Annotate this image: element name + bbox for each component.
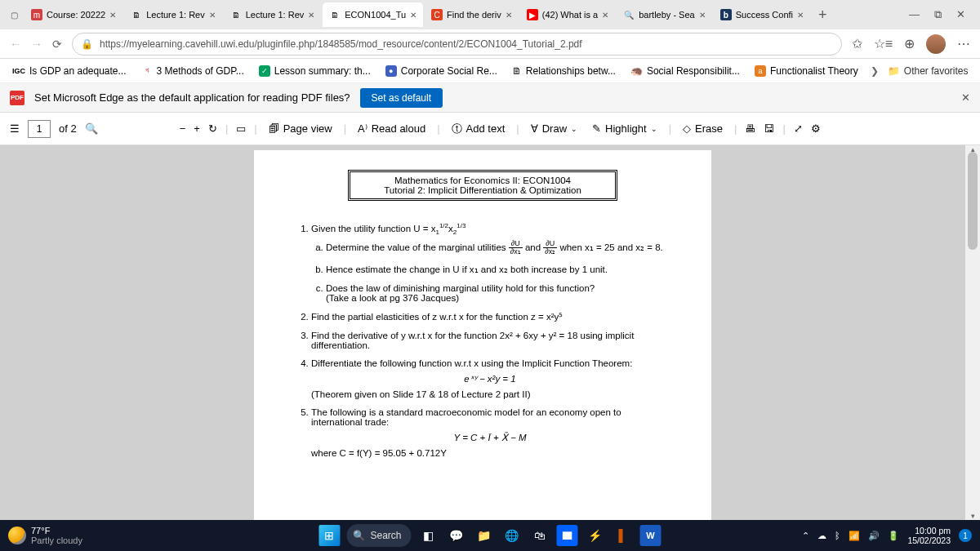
address-field[interactable]: 🔒 https://myelearning.cavehill.uwi.edu/p… [72, 33, 842, 56]
pdf-page: Mathematics for Economics II: ECON1004 T… [254, 150, 711, 520]
close-icon[interactable]: ✕ [308, 11, 314, 20]
store-icon[interactable]: 🛍 [529, 525, 550, 546]
refresh-button[interactable]: ⟳ [52, 38, 62, 51]
tab-4[interactable]: CFind the deriv✕ [425, 2, 519, 27]
scroll-down-icon[interactable]: ▾ [965, 512, 980, 520]
menu-button[interactable]: ⋯ [957, 36, 970, 51]
bookmarks-bar: IGCIs GDP an adequate... খ3 Methods of G… [0, 59, 980, 83]
read-aloud-button[interactable]: A⁾Read aloud [354, 120, 429, 137]
banner-close-icon[interactable]: ✕ [961, 91, 970, 104]
explorer-icon[interactable]: 📁 [474, 525, 495, 546]
contents-icon[interactable]: ☰ [10, 122, 20, 135]
page-view-button[interactable]: 🗐Page view [265, 120, 336, 137]
vertical-scrollbar[interactable]: ▴ ▾ [965, 145, 980, 520]
fit-icon[interactable]: ▭ [236, 122, 246, 135]
tab-7[interactable]: bSuccess Confi✕ [714, 2, 810, 27]
page-count: of 2 [59, 122, 77, 135]
chat-icon[interactable]: 💬 [446, 525, 467, 546]
default-app-banner: PDF Set Microsoft Edge as the default ap… [0, 83, 980, 113]
tab-6[interactable]: 🔍bartleby - Sea✕ [617, 2, 711, 27]
task-view-icon[interactable]: ◧ [418, 525, 439, 546]
maximize-button[interactable]: ⧉ [934, 8, 942, 21]
battery-icon[interactable]: 🔋 [888, 531, 899, 541]
question-5: The following is a standard macroeconomi… [311, 407, 669, 458]
back-button[interactable]: ← [10, 38, 21, 51]
highlight-button[interactable]: ✎Highlight⌄ [589, 120, 661, 137]
question-3: Find the derivative of y w.r.t x for the… [311, 331, 669, 350]
windows-taskbar: 77°FPartly cloudy ⊞ 🔍Search ◧ 💬 📁 🌐 🛍 ⯀ … [0, 520, 980, 551]
bookmark-item[interactable]: ✓Lesson summary: th... [253, 64, 376, 78]
search-icon[interactable]: 🔍 [85, 122, 98, 135]
volume-icon[interactable]: 🔊 [868, 531, 880, 541]
favorites-icon[interactable]: ☆≡ [874, 36, 893, 51]
bookmark-item[interactable]: aFunctionalist Theory [749, 64, 864, 78]
set-default-button[interactable]: Set as default [360, 88, 443, 108]
collections-icon[interactable]: ⊕ [904, 36, 915, 51]
bookmark-item[interactable]: IGCIs GDP an adequate... [7, 64, 132, 78]
close-icon[interactable]: ✕ [699, 11, 706, 20]
new-tab-button[interactable]: + [812, 7, 834, 24]
question-2: Find the partial elasticities of z w.r.t… [311, 311, 669, 322]
bookmark-item[interactable]: খ3 Methods of GDP... [136, 64, 250, 78]
tab-2[interactable]: 🗎Lecture 1: Rev✕ [224, 2, 322, 27]
rotate-icon[interactable]: ↻ [208, 122, 217, 135]
close-icon[interactable]: ✕ [506, 11, 512, 20]
dropbox-icon[interactable]: ⯀ [557, 525, 578, 546]
zoom-out-button[interactable]: − [180, 122, 186, 135]
tab-5[interactable]: ▶(42) What is a✕ [520, 2, 615, 27]
star-icon[interactable]: ✩ [852, 36, 862, 51]
tab-3[interactable]: 🗎ECON1004_Tu✕ [323, 2, 423, 27]
profile-avatar[interactable] [926, 34, 946, 54]
onedrive-icon[interactable]: ☁ [817, 531, 826, 541]
erase-button[interactable]: ◇Erase [679, 120, 726, 137]
scroll-thumb[interactable] [968, 152, 978, 250]
settings-icon[interactable]: ⚙ [811, 122, 821, 135]
save-icon[interactable]: 🖫 [764, 122, 774, 135]
pdf-toolbar: ☰ of 2 🔍 − + ↻ | ▭ | 🗐Page view | A⁾Read… [0, 113, 980, 145]
start-button[interactable]: ⊞ [318, 525, 340, 546]
close-icon[interactable]: ✕ [410, 11, 416, 20]
doc-title-box: Mathematics for Economics II: ECON1004 T… [348, 170, 617, 201]
overflow-chevron-icon[interactable]: ❯ [871, 65, 879, 77]
tab-overview-icon[interactable]: ▢ [8, 9, 20, 20]
taskbar-clock[interactable]: 10:00 pm15/02/2023 [907, 526, 951, 545]
minimize-button[interactable]: — [909, 8, 920, 21]
add-text-button[interactable]: ⓣAdd text [448, 119, 509, 139]
close-icon[interactable]: ✕ [602, 11, 608, 20]
bluetooth-icon[interactable]: ᛒ [835, 531, 840, 540]
forward-button[interactable]: → [31, 38, 42, 51]
other-favorites[interactable]: 📁Other favorites [882, 64, 974, 78]
chevron-up-icon[interactable]: ⌃ [802, 531, 809, 541]
search-icon: 🔍 [353, 530, 365, 541]
zoom-in-button[interactable]: + [194, 122, 200, 135]
word-icon[interactable]: W [640, 525, 662, 546]
app-icon[interactable]: ⚡ [585, 525, 606, 546]
notification-badge[interactable]: 1 [959, 529, 972, 542]
weather-icon [8, 527, 26, 544]
close-icon[interactable]: ✕ [209, 11, 216, 20]
edge-icon[interactable]: 🌐 [501, 525, 523, 546]
browser-tab-strip: ▢ mCourse: 20222✕ 🗎Lecture 1: Rev✕ 🗎Lect… [0, 0, 980, 29]
taskbar-search[interactable]: 🔍Search [346, 524, 411, 547]
lock-icon: 🔒 [81, 38, 93, 50]
bookmark-item[interactable]: 🦔Social Responsibilit... [625, 64, 746, 78]
draw-button[interactable]: ∀Draw⌄ [528, 120, 581, 137]
pdf-viewport: Mathematics for Economics II: ECON1004 T… [0, 145, 965, 520]
bookmark-item[interactable]: ●Corporate Social Re... [380, 64, 503, 78]
close-icon[interactable]: ✕ [797, 11, 804, 20]
close-button[interactable]: ✕ [956, 8, 965, 21]
app-icon[interactable]: ▌ [612, 525, 634, 546]
url-bar: ← → ⟳ 🔒 https://myelearning.cavehill.uwi… [0, 29, 980, 59]
tab-0[interactable]: mCourse: 20222✕ [24, 2, 122, 27]
print-icon[interactable]: 🖶 [745, 122, 755, 135]
banner-text: Set Microsoft Edge as the default applic… [34, 91, 350, 104]
system-tray: ⌃ ☁ ᛒ 📶 🔊 🔋 10:00 pm15/02/2023 1 [802, 526, 972, 545]
fullscreen-icon[interactable]: ⤢ [794, 122, 803, 135]
wifi-icon[interactable]: 📶 [849, 531, 860, 541]
weather-widget[interactable]: 77°FPartly cloudy [8, 526, 82, 545]
question-4: Differentiate the following function w.r… [311, 358, 669, 399]
tab-1[interactable]: 🗎Lecture 1: Rev✕ [124, 2, 222, 27]
page-number-input[interactable] [28, 120, 51, 138]
close-icon[interactable]: ✕ [109, 11, 116, 20]
bookmark-item[interactable]: 🗎Relationships betw... [506, 64, 621, 78]
